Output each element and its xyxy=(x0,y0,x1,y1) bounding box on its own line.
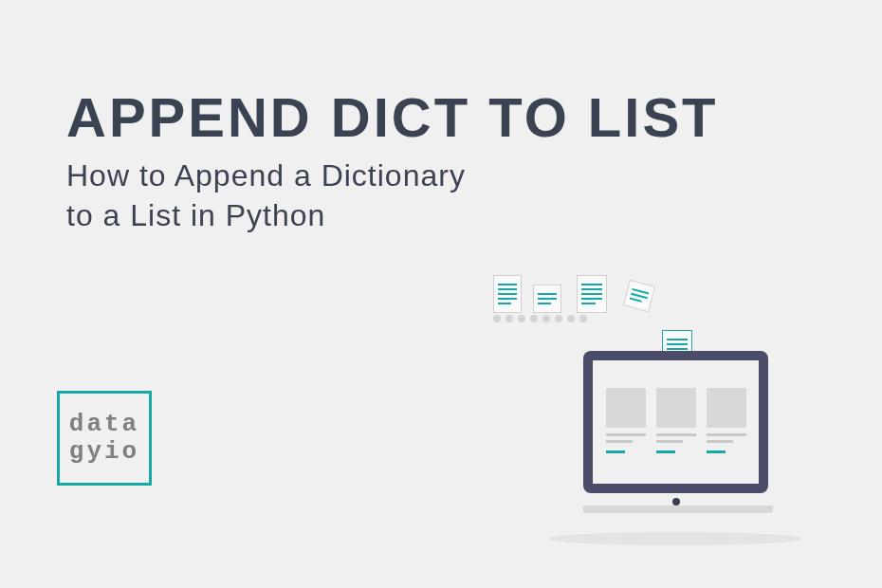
monitor-illustration xyxy=(583,351,768,541)
page-title: APPEND DICT TO LIST xyxy=(66,90,882,145)
logo-line-1: data xyxy=(69,411,139,438)
document-icon xyxy=(623,280,655,312)
subtitle-line-2: to a List in Python xyxy=(66,198,325,232)
document-icon xyxy=(533,285,561,313)
document-icon xyxy=(577,275,607,313)
document-icon xyxy=(493,275,522,313)
datagy-logo: data gyio xyxy=(57,391,152,486)
subtitle-line-1: How to Append a Dictionary xyxy=(66,158,466,193)
page-subtitle: How to Append a Dictionary to a List in … xyxy=(66,156,882,235)
illustration xyxy=(493,275,844,550)
logo-line-2: gyio xyxy=(69,438,139,466)
pagination-dots xyxy=(493,315,587,322)
